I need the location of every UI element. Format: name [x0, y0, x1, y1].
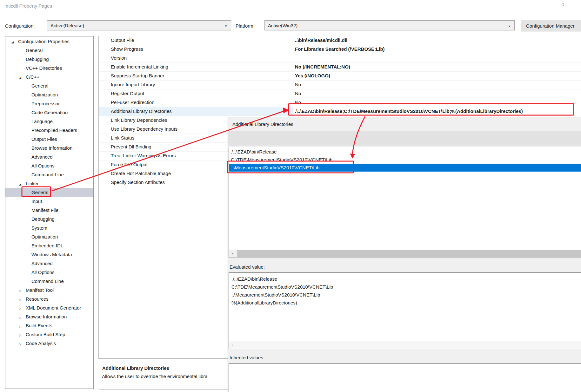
- tree-item[interactable]: ▷Resources: [5, 295, 93, 304]
- tree-item[interactable]: Code Generation: [5, 108, 93, 117]
- tree-item[interactable]: Output Files: [5, 135, 93, 144]
- tree-item[interactable]: Manifest File: [5, 206, 93, 215]
- tree-item[interactable]: General: [5, 188, 93, 197]
- property-value[interactable]: No: [295, 98, 301, 107]
- chevron-down-icon: ∨: [508, 21, 511, 31]
- property-row[interactable]: Version: [99, 54, 581, 63]
- tree-item[interactable]: All Options: [5, 268, 93, 277]
- property-name: Per-user Redirection: [111, 98, 155, 107]
- property-row[interactable]: Ignore Import Library No: [99, 81, 581, 89]
- tree-item[interactable]: ▷Build Events: [5, 321, 93, 330]
- scrollbar-thumb[interactable]: [237, 250, 581, 257]
- tree-item[interactable]: Language: [5, 117, 93, 126]
- configuration-tree: ◢Configuration Properties General Debugg…: [5, 36, 94, 389]
- inherited-values-label: Inherited values:: [230, 355, 264, 360]
- dialog-toolbar-band: [228, 131, 581, 146]
- property-value[interactable]: For Libraries Searched (/VERBOSE:Lib): [295, 45, 385, 53]
- evaluated-path: .\..\EZAD\bin\Release: [231, 276, 277, 282]
- tree-item[interactable]: General: [5, 46, 93, 55]
- tree-item[interactable]: Advanced: [5, 259, 93, 268]
- scroll-left-icon[interactable]: ‹: [229, 250, 236, 257]
- list-horizontal-scrollbar[interactable]: ‹: [229, 250, 581, 257]
- tree-expander-icon[interactable]: ▷: [18, 295, 26, 304]
- property-row[interactable]: Output File ..\bin\Release/micdll.dll: [99, 36, 581, 45]
- configuration-label: Configuration:: [5, 23, 35, 29]
- property-value[interactable]: No (/INCREMENTAL:NO): [295, 63, 350, 71]
- tree-item[interactable]: General: [5, 82, 93, 90]
- evaluated-path: %(AdditionalLibraryDirectories): [231, 300, 297, 305]
- tree-item[interactable]: Optimization: [5, 90, 93, 99]
- tree-item[interactable]: ◢Linker: [5, 179, 93, 188]
- directory-list-item[interactable]: .\..\EZAD\bin\Release: [229, 148, 581, 156]
- help-icon[interactable]: ?: [561, 3, 564, 9]
- tree-item[interactable]: Windows Metadata: [5, 250, 93, 259]
- tree-item[interactable]: Preprocessor: [5, 99, 93, 108]
- property-value[interactable]: No: [295, 81, 301, 89]
- configuration-dropdown[interactable]: Active(Release) ∨: [47, 20, 231, 30]
- tree-expander-icon[interactable]: ▷: [18, 313, 26, 322]
- tree-item-label: Debugging: [31, 216, 55, 222]
- tree-expander-icon[interactable]: ▷: [18, 331, 26, 340]
- property-name: Specify Section Attributes: [111, 178, 165, 186]
- tree-expander-icon[interactable]: ▷: [18, 322, 26, 331]
- tree-item[interactable]: Precompiled Headers: [5, 126, 93, 135]
- evaluated-line: ..\MeasurementStudioVS2010\VCNET\Lib: [229, 291, 581, 299]
- property-value[interactable]: .\..\EZAD\bin\Release;C:\TDE\Measurement…: [295, 107, 523, 115]
- tree-expander-icon[interactable]: ◢: [10, 38, 18, 47]
- tree-expander-icon[interactable]: ◢: [18, 73, 26, 82]
- tree-item[interactable]: System: [5, 224, 93, 232]
- directory-list-item[interactable]: C:\TDE\MeasurementStudioVS2010\VCNET\Lib: [229, 156, 581, 164]
- inherited-values-box[interactable]: [229, 363, 581, 392]
- additional-library-directories-dialog: Additional Library Directories .\..\EZAD…: [228, 117, 581, 392]
- tree-item[interactable]: ▷Code Analysis: [5, 339, 93, 348]
- tree-item[interactable]: Command Line: [5, 170, 93, 179]
- tree-item-label: Precompiled Headers: [31, 127, 77, 133]
- tree-item[interactable]: ▷Manifest Tool: [5, 286, 93, 295]
- configuration-manager-button[interactable]: Configuration Manager: [521, 20, 581, 31]
- property-row[interactable]: Per-user Redirection No: [99, 98, 581, 107]
- scroll-left-icon[interactable]: ‹: [229, 341, 236, 349]
- tree-item[interactable]: Debugging: [5, 215, 93, 224]
- tree-item-label: C/C++: [26, 74, 39, 80]
- tree-item[interactable]: Browse Information: [5, 144, 93, 153]
- property-row[interactable]: Register Output No: [99, 89, 581, 98]
- property-pages-window: micdll Property Pages ? Configuration: A…: [0, 0, 581, 392]
- tree-item-label: Custom Build Step: [26, 332, 65, 337]
- tree-item[interactable]: Debugging: [5, 55, 93, 64]
- tree-item[interactable]: Command Line: [5, 277, 93, 286]
- tree-item[interactable]: ◢Configuration Properties: [5, 37, 93, 46]
- description-text: Allows the user to override the environm…: [102, 374, 208, 379]
- tree-item-label: Code Analysis: [26, 341, 56, 346]
- evaluated-horizontal-scrollbar[interactable]: ‹: [229, 341, 581, 349]
- tree-item[interactable]: VC++ Directories: [5, 64, 93, 73]
- platform-dropdown[interactable]: Active(Win32) ∨: [264, 20, 515, 30]
- property-row[interactable]: Additional Library Directories .\..\EZAD…: [99, 107, 581, 116]
- tree-item[interactable]: ▷Browse Information: [5, 312, 93, 321]
- tree-expander-icon[interactable]: ▷: [18, 304, 26, 313]
- directory-list-item[interactable]: ..\MeasurementStudioVS2010\VCNET\Lib: [229, 164, 581, 172]
- tree-expander-icon[interactable]: ◢: [18, 180, 26, 189]
- property-name: Additional Library Directories: [111, 107, 172, 115]
- tree-item-label: General: [31, 190, 48, 195]
- property-value[interactable]: ..\bin\Release/micdll.dll: [295, 36, 347, 44]
- property-row[interactable]: Suppress Startup Banner Yes (/NOLOGO): [99, 72, 581, 81]
- tree-item[interactable]: Embedded IDL: [5, 241, 93, 250]
- tree-item[interactable]: Input: [5, 197, 93, 206]
- tree-item[interactable]: ▷Custom Build Step: [5, 330, 93, 339]
- tree-item[interactable]: ▷XML Document Generator: [5, 304, 93, 312]
- tree-expander-icon[interactable]: ▷: [18, 340, 26, 349]
- tree-item[interactable]: ◢C/C++: [5, 73, 93, 82]
- tree-item-label: XML Document Generator: [26, 305, 81, 310]
- directory-path: .\..\EZAD\bin\Release: [231, 149, 277, 154]
- property-row[interactable]: Show Progress For Libraries Searched (/V…: [99, 45, 581, 54]
- property-name: Show Progress: [111, 45, 143, 53]
- platform-dropdown-value: Active(Win32): [268, 23, 297, 28]
- property-value[interactable]: Yes (/NOLOGO): [295, 72, 330, 80]
- tree-item[interactable]: Advanced: [5, 153, 93, 161]
- tree-item[interactable]: All Options: [5, 161, 93, 170]
- tree-expander-icon[interactable]: ▷: [18, 286, 26, 295]
- property-value[interactable]: No: [295, 89, 301, 98]
- tree-item-label: Advanced: [31, 154, 53, 160]
- tree-item[interactable]: Optimization: [5, 232, 93, 241]
- property-row[interactable]: Enable Incremental Linking No (/INCREMEN…: [99, 63, 581, 72]
